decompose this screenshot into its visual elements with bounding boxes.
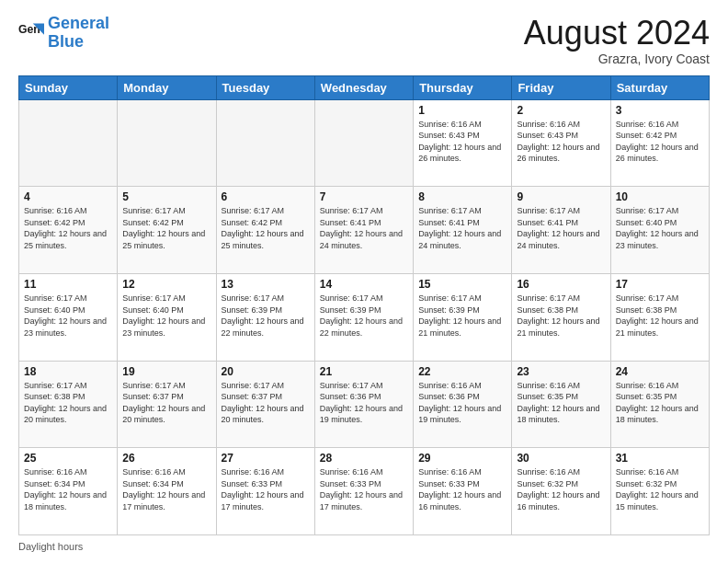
day-number: 17 [616, 278, 704, 291]
calendar-day-29: 29Sunrise: 6:16 AM Sunset: 6:33 PM Dayli… [414, 448, 512, 535]
day-info: Sunrise: 6:17 AM Sunset: 6:38 PM Dayligh… [24, 380, 112, 426]
title-block: August 2024 Grazra, Ivory Coast [524, 15, 710, 66]
day-number: 8 [418, 190, 506, 203]
calendar-day-20: 20Sunrise: 6:17 AM Sunset: 6:37 PM Dayli… [216, 361, 314, 448]
day-info: Sunrise: 6:17 AM Sunset: 6:37 PM Dayligh… [122, 380, 210, 426]
calendar-day-12: 12Sunrise: 6:17 AM Sunset: 6:40 PM Dayli… [118, 273, 216, 361]
header: Gen General Blue August 2024 Grazra, Ivo… [18, 15, 710, 66]
calendar-week-0: 1Sunrise: 6:16 AM Sunset: 6:43 PM Daylig… [19, 99, 710, 187]
day-info: Sunrise: 6:16 AM Sunset: 6:34 PM Dayligh… [24, 466, 112, 512]
day-number: 7 [320, 190, 408, 203]
day-number: 12 [122, 278, 210, 291]
calendar-day-5: 5Sunrise: 6:17 AM Sunset: 6:42 PM Daylig… [118, 187, 216, 274]
day-number: 4 [24, 190, 112, 203]
day-number: 11 [24, 278, 112, 291]
calendar-day-3: 3Sunrise: 6:16 AM Sunset: 6:42 PM Daylig… [610, 99, 709, 187]
calendar-day-31: 31Sunrise: 6:16 AM Sunset: 6:32 PM Dayli… [610, 448, 709, 535]
day-number: 24 [616, 365, 704, 378]
day-number: 29 [418, 452, 506, 465]
page: Gen General Blue August 2024 Grazra, Ivo… [0, 0, 728, 563]
calendar-day-empty [314, 99, 413, 187]
day-number: 20 [222, 365, 310, 378]
day-info: Sunrise: 6:17 AM Sunset: 6:37 PM Dayligh… [222, 380, 310, 426]
day-info: Sunrise: 6:16 AM Sunset: 6:33 PM Dayligh… [320, 466, 408, 512]
weekday-header-sunday: Sunday [19, 75, 118, 99]
calendar-day-empty [118, 99, 216, 187]
day-number: 13 [222, 278, 310, 291]
day-number: 2 [517, 104, 605, 117]
day-info: Sunrise: 6:17 AM Sunset: 6:41 PM Dayligh… [418, 205, 506, 251]
calendar-week-2: 11Sunrise: 6:17 AM Sunset: 6:40 PM Dayli… [19, 273, 710, 361]
calendar-day-13: 13Sunrise: 6:17 AM Sunset: 6:39 PM Dayli… [216, 273, 314, 361]
day-number: 30 [517, 452, 605, 465]
logo: Gen General Blue [18, 15, 109, 52]
calendar-day-15: 15Sunrise: 6:17 AM Sunset: 6:39 PM Dayli… [414, 273, 512, 361]
day-number: 3 [616, 104, 704, 117]
day-number: 1 [418, 104, 506, 117]
day-info: Sunrise: 6:16 AM Sunset: 6:43 PM Dayligh… [418, 119, 506, 165]
weekday-header-friday: Friday [512, 75, 610, 99]
calendar-day-28: 28Sunrise: 6:16 AM Sunset: 6:33 PM Dayli… [314, 448, 413, 535]
calendar-day-11: 11Sunrise: 6:17 AM Sunset: 6:40 PM Dayli… [19, 273, 118, 361]
day-info: Sunrise: 6:17 AM Sunset: 6:38 PM Dayligh… [517, 293, 605, 339]
calendar-day-7: 7Sunrise: 6:17 AM Sunset: 6:41 PM Daylig… [314, 187, 413, 274]
calendar-day-empty [216, 99, 314, 187]
calendar-day-23: 23Sunrise: 6:16 AM Sunset: 6:35 PM Dayli… [512, 361, 610, 448]
logo-text: General Blue [48, 15, 109, 52]
day-info: Sunrise: 6:17 AM Sunset: 6:39 PM Dayligh… [418, 293, 506, 339]
calendar-day-4: 4Sunrise: 6:16 AM Sunset: 6:42 PM Daylig… [19, 187, 118, 274]
day-info: Sunrise: 6:17 AM Sunset: 6:42 PM Dayligh… [222, 205, 310, 251]
day-info: Sunrise: 6:17 AM Sunset: 6:41 PM Dayligh… [517, 205, 605, 251]
calendar-day-21: 21Sunrise: 6:17 AM Sunset: 6:36 PM Dayli… [314, 361, 413, 448]
calendar-day-17: 17Sunrise: 6:17 AM Sunset: 6:38 PM Dayli… [610, 273, 709, 361]
calendar-day-16: 16Sunrise: 6:17 AM Sunset: 6:38 PM Dayli… [512, 273, 610, 361]
day-number: 26 [122, 452, 210, 465]
day-info: Sunrise: 6:16 AM Sunset: 6:43 PM Dayligh… [517, 119, 605, 165]
day-info: Sunrise: 6:16 AM Sunset: 6:35 PM Dayligh… [517, 380, 605, 426]
day-number: 16 [517, 278, 605, 291]
day-number: 5 [122, 190, 210, 203]
calendar-day-8: 8Sunrise: 6:17 AM Sunset: 6:41 PM Daylig… [414, 187, 512, 274]
day-info: Sunrise: 6:16 AM Sunset: 6:42 PM Dayligh… [24, 205, 112, 251]
day-number: 19 [122, 365, 210, 378]
calendar-day-18: 18Sunrise: 6:17 AM Sunset: 6:38 PM Dayli… [19, 361, 118, 448]
daylight-hours-label: Daylight hours [18, 541, 83, 552]
day-number: 23 [517, 365, 605, 378]
day-info: Sunrise: 6:16 AM Sunset: 6:32 PM Dayligh… [616, 466, 704, 512]
day-number: 6 [222, 190, 310, 203]
day-number: 21 [320, 365, 408, 378]
calendar-day-25: 25Sunrise: 6:16 AM Sunset: 6:34 PM Dayli… [19, 448, 118, 535]
calendar-day-19: 19Sunrise: 6:17 AM Sunset: 6:37 PM Dayli… [118, 361, 216, 448]
logo-general: General [48, 14, 109, 32]
day-number: 10 [616, 190, 704, 203]
calendar-table: SundayMondayTuesdayWednesdayThursdayFrid… [18, 75, 710, 535]
day-number: 18 [24, 365, 112, 378]
day-info: Sunrise: 6:16 AM Sunset: 6:42 PM Dayligh… [616, 119, 704, 165]
day-info: Sunrise: 6:17 AM Sunset: 6:41 PM Dayligh… [320, 205, 408, 251]
weekday-header-row: SundayMondayTuesdayWednesdayThursdayFrid… [19, 75, 710, 99]
day-info: Sunrise: 6:16 AM Sunset: 6:33 PM Dayligh… [222, 466, 310, 512]
day-number: 15 [418, 278, 506, 291]
day-info: Sunrise: 6:17 AM Sunset: 6:40 PM Dayligh… [616, 205, 704, 251]
day-info: Sunrise: 6:17 AM Sunset: 6:39 PM Dayligh… [222, 293, 310, 339]
calendar-day-24: 24Sunrise: 6:16 AM Sunset: 6:35 PM Dayli… [610, 361, 709, 448]
day-info: Sunrise: 6:17 AM Sunset: 6:38 PM Dayligh… [616, 293, 704, 339]
day-info: Sunrise: 6:17 AM Sunset: 6:42 PM Dayligh… [122, 205, 210, 251]
calendar-day-9: 9Sunrise: 6:17 AM Sunset: 6:41 PM Daylig… [512, 187, 610, 274]
calendar-week-4: 25Sunrise: 6:16 AM Sunset: 6:34 PM Dayli… [19, 448, 710, 535]
calendar-day-27: 27Sunrise: 6:16 AM Sunset: 6:33 PM Dayli… [216, 448, 314, 535]
day-number: 28 [320, 452, 408, 465]
day-info: Sunrise: 6:17 AM Sunset: 6:40 PM Dayligh… [24, 293, 112, 339]
calendar-day-1: 1Sunrise: 6:16 AM Sunset: 6:43 PM Daylig… [414, 99, 512, 187]
logo-blue: Blue [48, 33, 109, 52]
calendar-week-1: 4Sunrise: 6:16 AM Sunset: 6:42 PM Daylig… [19, 187, 710, 274]
calendar-week-3: 18Sunrise: 6:17 AM Sunset: 6:38 PM Dayli… [19, 361, 710, 448]
day-info: Sunrise: 6:16 AM Sunset: 6:32 PM Dayligh… [517, 466, 605, 512]
day-number: 14 [320, 278, 408, 291]
logo-icon: Gen [18, 20, 44, 46]
subtitle: Grazra, Ivory Coast [524, 52, 710, 66]
day-number: 22 [418, 365, 506, 378]
day-info: Sunrise: 6:16 AM Sunset: 6:36 PM Dayligh… [418, 380, 506, 426]
weekday-header-thursday: Thursday [414, 75, 512, 99]
calendar-day-22: 22Sunrise: 6:16 AM Sunset: 6:36 PM Dayli… [414, 361, 512, 448]
